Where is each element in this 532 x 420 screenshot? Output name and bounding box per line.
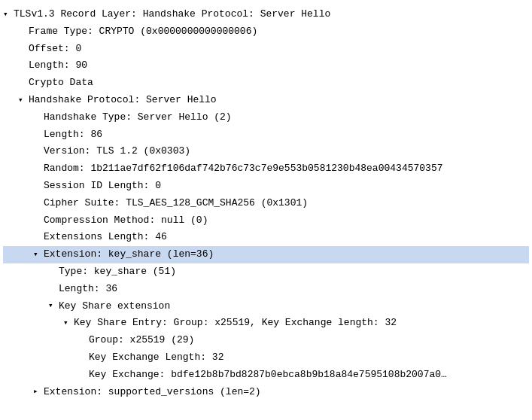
row-label: Handshake Type: Server Hello (2) (44, 110, 523, 126)
row-key-share-ext[interactable]: Key Share extension (3, 298, 529, 315)
row-kex[interactable]: Key Exchange: bdfe12b8b7bd8287b0ebca8b9b… (3, 367, 529, 384)
row-label: Frame Type: CRYPTO (0x0000000000000006) (29, 24, 523, 40)
row-label: Length: 90 (29, 58, 523, 74)
row-frame-type[interactable]: Frame Type: CRYPTO (0x0000000000000006) (3, 23, 529, 41)
row-tlsv13[interactable]: TLSv1.3 Record Layer: Handshake Protocol… (3, 6, 529, 23)
row-label: Version: TLS 1.2 (0x0303) (44, 144, 523, 160)
row-label: Key Exchange Length: 32 (89, 350, 523, 366)
row-label: Session ID Length: 0 (44, 178, 523, 194)
row-hs-length[interactable]: Length: 86 (3, 126, 529, 144)
row-hs-type[interactable]: Handshake Type: Server Hello (2) (3, 109, 529, 126)
row-crypto-data[interactable]: Crypto Data (3, 75, 529, 92)
row-label: TLSv1.3 Record Layer: Handshake Protocol… (14, 7, 523, 23)
row-label: Length: 86 (44, 127, 523, 143)
row-offset[interactable]: Offset: 0 (3, 41, 529, 58)
row-label: Extension: supported_versions (len=2) (44, 385, 523, 400)
row-ext-key-share[interactable]: Extension: key_share (len=36) (3, 246, 529, 263)
tree-toggle[interactable] (3, 8, 14, 22)
row-label: Cipher Suite: TLS_AES_128_GCM_SHA256 (0x… (44, 196, 523, 212)
row-group[interactable]: Group: x25519 (29) (3, 332, 529, 349)
tree-toggle[interactable] (33, 385, 44, 399)
row-label: Offset: 0 (29, 41, 523, 57)
row-label: Random: 1b211ae7df62f106daf742b76c73c7e9… (44, 161, 523, 177)
row-label: Group: x25519 (29) (89, 333, 523, 348)
row-label: Extension: key_share (len=36) (44, 247, 523, 263)
row-ext-supported-versions[interactable]: Extension: supported_versions (len=2) (3, 384, 529, 401)
row-type-key-share[interactable]: Type: key_share (51) (3, 263, 529, 281)
row-length[interactable]: Length: 90 (3, 57, 529, 75)
row-session-id[interactable]: Session ID Length: 0 (3, 178, 529, 195)
row-label: Length: 36 (59, 282, 523, 297)
row-handshake-proto[interactable]: Handshake Protocol: Server Hello (3, 92, 529, 109)
tree-toggle[interactable] (33, 248, 44, 262)
row-ext-length[interactable]: Extensions Length: 46 (3, 229, 529, 246)
row-label: Handshake Protocol: Server Hello (29, 93, 523, 108)
row-key-share-entry[interactable]: Key Share Entry: Group: x25519, Key Exch… (3, 315, 529, 332)
row-kex-length[interactable]: Key Exchange Length: 32 (3, 349, 529, 367)
row-label: Compression Method: null (0) (44, 213, 523, 229)
row-label: Extensions Length: 46 (44, 230, 523, 245)
row-label: Crypto Data (29, 75, 523, 91)
packet-tree: TLSv1.3 Record Layer: Handshake Protocol… (0, 0, 532, 406)
row-label: Key Share Entry: Group: x25519, Key Exch… (74, 315, 523, 331)
tree-toggle[interactable] (63, 317, 74, 330)
row-label: Key Share extension (59, 299, 523, 315)
row-label: Type: key_share (51) (59, 264, 523, 280)
row-label: Key Exchange: bdfe12b8b7bd8287b0ebca8b9b… (89, 367, 523, 383)
tree-toggle[interactable] (18, 94, 29, 108)
tree-toggle[interactable] (48, 300, 59, 313)
row-random[interactable]: Random: 1b211ae7df62f106daf742b76c73c7e9… (3, 160, 529, 178)
row-compression[interactable]: Compression Method: null (0) (3, 212, 529, 230)
row-version[interactable]: Version: TLS 1.2 (0x0303) (3, 143, 529, 160)
row-cipher-suite[interactable]: Cipher Suite: TLS_AES_128_GCM_SHA256 (0x… (3, 195, 529, 212)
row-len-36[interactable]: Length: 36 (3, 281, 529, 298)
